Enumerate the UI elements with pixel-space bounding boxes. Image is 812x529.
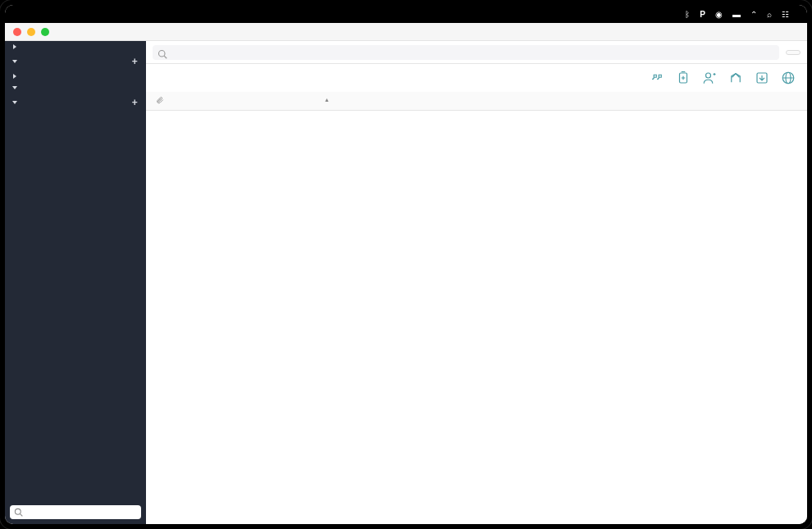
sidebar-header-my-groups[interactable] [5, 41, 146, 52]
svg-point-8 [706, 73, 711, 78]
sidebar-header-online-search[interactable]: + [5, 93, 146, 112]
search-input[interactable] [153, 45, 779, 60]
quote-icon[interactable] [650, 71, 664, 85]
status-wifi-icon[interactable]: ⌃ [750, 10, 757, 19]
chevron-right-icon [13, 74, 16, 79]
sidebar-header-find-full-text[interactable] [5, 71, 146, 82]
sidebar-header-shared[interactable] [5, 82, 146, 93]
add-person-icon[interactable] [702, 71, 717, 85]
sidebar-header-my-tags[interactable]: + [5, 52, 146, 71]
status-search-icon[interactable]: ⌕ [767, 10, 772, 19]
window-close-button[interactable] [13, 28, 21, 36]
status-control-center-icon[interactable]: ☷ [782, 10, 789, 19]
column-title[interactable] [333, 94, 582, 107]
main-panel: ▲ [146, 41, 807, 524]
sidebar-search-input[interactable] [10, 505, 141, 519]
svg-line-1 [21, 514, 23, 517]
status-battery-icon[interactable]: ▬ [732, 10, 741, 19]
column-journal[interactable] [582, 94, 796, 107]
web-icon[interactable] [781, 71, 796, 85]
search-icon [14, 508, 23, 518]
svg-point-2 [159, 51, 166, 57]
references-table[interactable] [146, 111, 807, 524]
window-minimize-button[interactable] [27, 28, 35, 36]
chevron-down-icon [12, 86, 17, 89]
macos-menubar: ᛒ P ◉ ▬ ⌃ ⌕ ☷ [5, 5, 807, 23]
column-year[interactable]: ▲ [294, 94, 333, 107]
chevron-down-icon [12, 60, 17, 63]
search-icon [157, 48, 167, 62]
column-attachment[interactable] [153, 94, 171, 107]
window-titlebar [5, 23, 807, 41]
add-online-search-icon[interactable]: + [132, 97, 138, 108]
status-letter-icon[interactable]: P [700, 10, 705, 19]
add-tag-icon[interactable]: + [132, 56, 138, 67]
window-maximize-button[interactable] [41, 28, 49, 36]
column-author[interactable] [171, 94, 294, 107]
table-header: ▲ [146, 92, 807, 111]
sidebar: + + [5, 41, 146, 524]
status-bluetooth-icon[interactable]: ᛒ [685, 10, 690, 19]
advanced-search-button[interactable] [786, 50, 801, 55]
sort-ascending-icon: ▲ [324, 97, 330, 103]
export-icon[interactable] [755, 71, 769, 85]
copy-icon[interactable] [676, 71, 691, 85]
svg-line-3 [164, 56, 167, 58]
chevron-down-icon [12, 101, 17, 104]
svg-point-0 [15, 508, 21, 514]
chevron-right-icon [13, 44, 16, 49]
status-record-icon[interactable]: ◉ [715, 10, 723, 19]
share-icon[interactable] [728, 71, 743, 85]
